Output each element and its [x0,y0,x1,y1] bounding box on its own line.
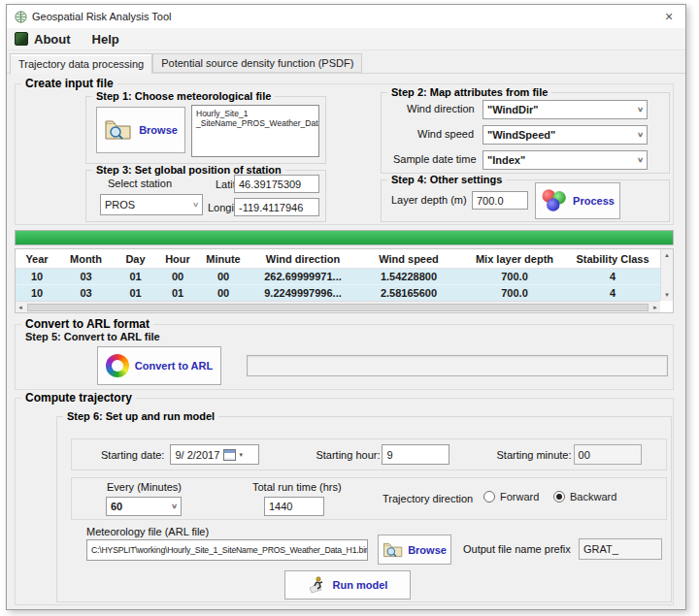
create-input-file-title: Create input file [21,77,117,90]
cell-minute: 00 [198,287,249,299]
arl-browse-label: Browse [408,544,447,556]
scrollbar-thumb[interactable] [27,304,649,311]
menu-item-help[interactable]: Help [92,32,119,47]
chevron-down-icon: ∨ [637,156,644,164]
table-row[interactable]: 10 03 01 01 00 9.2249997996... 2.5816560… [16,285,660,301]
date-dropdown-icon[interactable]: ▼ [238,452,244,458]
title-bar: Geospatial Risk Analysis Tool × [7,5,685,28]
cell-month: 03 [58,287,114,299]
menu-item-about[interactable]: About [34,32,71,47]
every-minutes-select[interactable]: 60 ∨ [106,497,182,516]
cell-hour: 00 [157,271,198,282]
trajectory-direction-label: Trajectory direction [383,493,473,504]
every-minutes-label: Every (Minutes) [107,481,182,493]
create-input-file-group: Create input file Step 1: Choose meteoro… [15,83,674,225]
step1-browse-label: Browse [139,124,178,136]
col-day[interactable]: Day [114,253,157,265]
output-prefix-field[interactable]: GRAT_ [579,538,662,560]
starting-hour-label: Starting hour: [316,449,380,461]
folder-search-icon [104,118,133,142]
process-button[interactable]: Process [535,182,620,219]
convert-to-arl-label: Convert to ARL [135,360,213,372]
menu-about-group[interactable]: About [15,32,71,47]
col-minute[interactable]: Minute [198,253,249,265]
col-mix-layer-depth[interactable]: Mix layer depth [460,253,569,265]
col-wind-direction[interactable]: Wind direction [249,253,357,265]
cell-stability-class: 4 [569,287,656,299]
col-hour[interactable]: Hour [157,253,198,265]
calendar-icon [223,449,236,461]
scroll-left-icon[interactable]: ◄ [16,302,25,313]
menu-bar: About Help [7,28,685,50]
weather-data-table: Year Month Day Hour Minute Wind directio… [15,248,674,313]
chevron-down-icon: ∨ [637,131,644,139]
process-label: Process [573,195,615,207]
chevron-down-icon: ∨ [192,201,199,209]
tab-trajectory-data-processing[interactable]: Trajectory data processing [10,53,152,74]
run-model-button[interactable]: Run model [284,570,411,600]
cell-wind-speed: 1.54228800 [357,271,460,282]
col-wind-speed[interactable]: Wind speed [357,253,460,265]
tab-page-content: Create input file Step 1: Choose meteoro… [7,74,685,609]
chevron-down-icon: ∨ [171,503,178,510]
tab-strip: Trajectory data processing Potential sou… [7,50,685,74]
process-progress-bar [15,230,674,245]
total-run-time-value: 1440 [269,501,292,512]
output-prefix-label: Output file name prefix [463,543,571,555]
starting-minute-field[interactable]: 00 [574,444,642,465]
col-stability-class[interactable]: Stability Class [569,253,656,265]
total-run-time-field[interactable]: 1440 [264,497,324,516]
chevron-down-icon: ∨ [637,106,644,113]
col-month[interactable]: Month [58,253,114,265]
run-model-label: Run model [333,579,388,591]
starting-date-picker[interactable]: 9/ 2/2017 ▼ [170,444,259,465]
table-vertical-scrollbar[interactable]: ▲ ▼ [660,249,673,301]
step6-box: Step 6: Set up and run model Starting da… [56,416,672,602]
cell-wind-speed: 2.58165600 [357,287,460,299]
window-title: Geospatial Risk Analysis Tool [32,11,171,22]
wind-direction-select[interactable]: "WindDir" ∨ [483,100,648,119]
close-icon[interactable]: × [652,5,685,28]
compute-trajectory-title: Compute trajectory [21,391,136,405]
latitude-field[interactable]: 46.39175309 [234,175,319,193]
sample-date-time-select[interactable]: "Index" ∨ [483,150,648,170]
convert-arl-title: Convert to ARL format [21,317,153,331]
longitude-field[interactable]: -119.4117946 [234,198,319,216]
station-value: PROS [105,199,135,211]
table-row[interactable]: 10 03 01 00 00 262.69999971... 1.5422880… [16,269,660,285]
met-file-label: Meteorology file (ARL file) [86,526,209,537]
col-year[interactable]: Year [16,253,58,265]
sample-date-time-value: "Index" [487,154,525,166]
table-horizontal-scrollbar[interactable]: ◄ ► [16,301,660,312]
wind-speed-value: "WindSpeed" [487,129,555,141]
met-file-path-field[interactable]: C:\HYSPLIT\working\Hourly_Site_1_SiteNam… [86,539,368,561]
radio-selected-icon [553,491,565,503]
layer-depth-field[interactable]: 700.0 [472,191,528,210]
convert-arl-group: Convert to ARL format Step 5: Convert to… [15,324,674,390]
convert-to-arl-button[interactable]: Convert to ARL [97,346,221,385]
scroll-down-icon[interactable]: ▼ [662,289,672,301]
starting-minute-value: 00 [579,449,590,461]
station-select[interactable]: PROS ∨ [100,194,203,215]
meteo-file-textbox[interactable]: Hourly_Site_1 _SiteName_PROS_Weather_Dat… [191,105,319,157]
step4-box: Step 4: Other settings Layer depth (m) 7… [381,179,670,222]
layer-depth-label: Layer depth (m) [391,194,467,206]
convert-progress-bar [247,355,668,376]
cell-day: 01 [114,287,157,299]
sample-date-time-label: Sample date time [393,153,477,165]
backward-radio[interactable]: Backward [553,491,616,503]
wind-speed-select[interactable]: "WindSpeed" ∨ [483,125,648,145]
step5-title: Step 5: Convert to ARL file [25,331,160,342]
cell-month: 03 [58,271,114,282]
start-settings-row: Starting date: 9/ 2/2017 ▼ Starting hour… [71,438,667,470]
forward-radio[interactable]: Forward [483,491,539,503]
backward-label: Backward [570,491,616,503]
scroll-up-icon[interactable]: ▲ [662,249,672,261]
step1-browse-button[interactable]: Browse [96,107,185,153]
starting-hour-field[interactable]: 9 [382,444,449,465]
meteo-file-line2: _SiteName_PROS_Weather_Data.csv [196,118,315,128]
scroll-right-icon[interactable]: ► [650,302,660,313]
arl-browse-button[interactable]: Browse [378,535,451,565]
tab-psdf[interactable]: Potential source density function (PSDF) [152,53,362,73]
cell-mix-layer-depth: 700.0 [460,271,569,282]
